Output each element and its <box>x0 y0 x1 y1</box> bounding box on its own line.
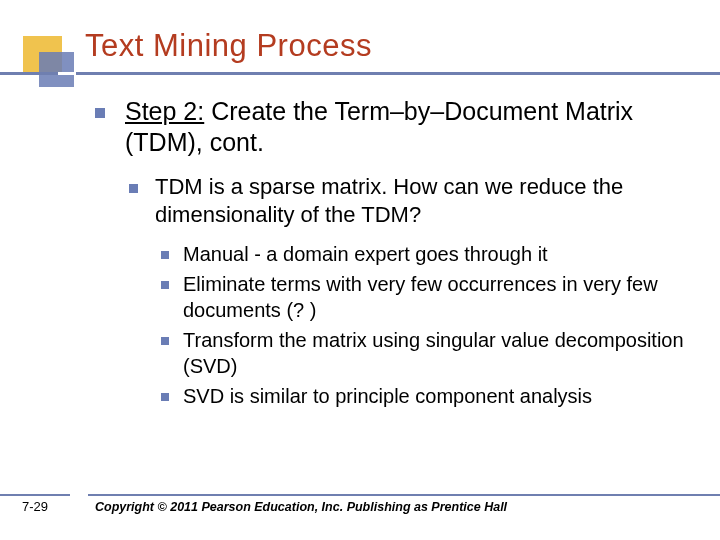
square-bullet-icon <box>129 184 138 193</box>
point-text: SVD is similar to principle component an… <box>183 385 592 407</box>
slide-title: Text Mining Process <box>85 28 372 64</box>
bullet-level3: Eliminate terms with very few occurrence… <box>161 271 695 323</box>
square-bullet-icon <box>161 281 169 289</box>
copyright-text: Copyright © 2011 Pearson Education, Inc.… <box>95 500 507 514</box>
title-underline <box>0 72 720 75</box>
bullet-level3: Manual - a domain expert goes through it <box>161 241 695 267</box>
sub-text: TDM is a sparse matrix. How can we reduc… <box>155 174 623 227</box>
point-text: Transform the matrix using singular valu… <box>183 329 684 377</box>
bullet-level3: Transform the matrix using singular valu… <box>161 327 695 379</box>
square-bullet-icon <box>161 393 169 401</box>
decor-square-blue <box>39 52 74 87</box>
point-text: Manual - a domain expert goes through it <box>183 243 548 265</box>
title-decoration <box>23 36 74 87</box>
footer-line <box>0 494 720 496</box>
slide-number: 7-29 <box>22 499 48 514</box>
point-text: Eliminate terms with very few occurrence… <box>183 273 658 321</box>
bullet-level2: TDM is a sparse matrix. How can we reduc… <box>129 173 695 229</box>
square-bullet-icon <box>95 108 105 118</box>
slide-content: Step 2: Create the Term–by–Document Matr… <box>95 96 695 413</box>
square-bullet-icon <box>161 251 169 259</box>
bullet-level3: SVD is similar to principle component an… <box>161 383 695 409</box>
bullet-level1: Step 2: Create the Term–by–Document Matr… <box>95 96 695 159</box>
title-underline-gap <box>58 72 76 75</box>
step-label: Step 2: <box>125 97 204 125</box>
square-bullet-icon <box>161 337 169 345</box>
footer-line-gap <box>70 494 88 496</box>
